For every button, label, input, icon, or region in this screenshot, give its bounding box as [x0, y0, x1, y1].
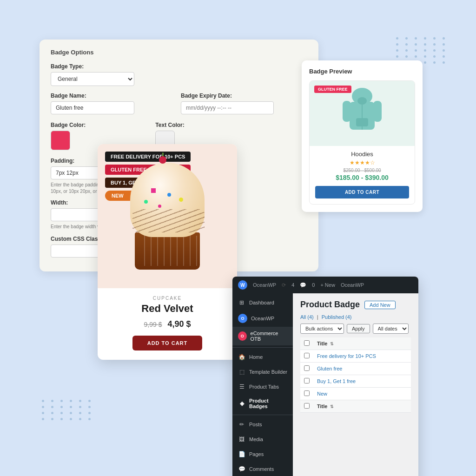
preview-badge-tag: GLUTEN FREE: [314, 86, 351, 93]
wp-topbar: W OceanWP ⟳ 4 💬 0 + New OceanWP: [232, 277, 418, 293]
row-link-1[interactable]: Free delivery for 10+ PCS: [317, 353, 376, 359]
sidebar-label-product-tabs: Product Tabs: [249, 384, 279, 390]
wp-sidebar: ⊞ Dashboard O OceanWP O eCommerce OTB 🏠 …: [232, 293, 293, 476]
select-all-footer-checkbox[interactable]: [304, 403, 310, 409]
oceanwp-icon: O: [238, 314, 247, 323]
table-footer-title: Title ⇅: [313, 400, 411, 413]
preview-stars: ★★★★☆: [315, 159, 409, 166]
badge-preview-panel: Badge Preview GLUTEN FREE: [302, 60, 423, 212]
sidebar-item-posts[interactable]: ✏ Posts: [232, 417, 293, 432]
wp-admin-panel: W OceanWP ⟳ 4 💬 0 + New OceanWP ⊞ Dashbo…: [232, 277, 418, 476]
date-filter-select[interactable]: All dates: [373, 324, 409, 334]
sidebar-item-comments[interactable]: 💬 Comments: [232, 462, 293, 476]
sidebar-item-product-badges[interactable]: ◈ Product Badges: [232, 394, 293, 413]
sidebar-item-oceanwp[interactable]: O OceanWP: [232, 310, 293, 327]
table-row: Free delivery for 10+ PCS: [300, 350, 411, 363]
badge-color-label: Badge Color:: [51, 122, 86, 128]
table-header-checkbox: [300, 337, 313, 350]
hoodie-illustration: [341, 88, 383, 139]
table-row: Buy 1, Get 1 free: [300, 375, 411, 388]
wp-topbar-site[interactable]: OceanWP: [253, 282, 276, 288]
sidebar-label-home: Home: [249, 354, 263, 360]
preview-product-name: Hoodies: [315, 151, 409, 158]
preview-sale-price: $185.00 - $390.00: [315, 174, 409, 181]
badge-options-title: Badge Options: [51, 49, 307, 56]
table-row: New: [300, 388, 411, 400]
pages-icon: 📄: [238, 450, 245, 458]
svg-point-6: [357, 97, 367, 105]
cupcake-cherry: [159, 156, 166, 164]
sidebar-item-product-tabs[interactable]: ☰ Product Tabs: [232, 379, 293, 394]
row-checkbox-4[interactable]: [304, 390, 310, 396]
wp-filter-bar: All (4) | Published (4): [300, 314, 411, 320]
row-checkbox-3[interactable]: [304, 378, 310, 383]
cupcake-info: CUPCAKE Red Velvet 9,99 $ 4,90 $ ADD TO …: [98, 288, 237, 360]
text-color-label: Text Color:: [155, 122, 184, 128]
row-link-4[interactable]: New: [317, 391, 327, 397]
select-all-checkbox[interactable]: [304, 340, 310, 346]
bulk-actions-select[interactable]: Bulk actions: [300, 324, 344, 334]
row-link-3[interactable]: Buy 1, Get 1 free: [317, 378, 356, 384]
cupcake-new-price: 4,90 $: [167, 319, 191, 329]
dot-pattern-bl: [42, 400, 94, 420]
wp-page-header: Product Badge Add New: [300, 300, 411, 310]
filter-published-link[interactable]: Published (4): [322, 314, 352, 320]
cupcake-illustration: [126, 163, 209, 270]
sidebar-label-template-builder: Template Builder: [249, 369, 287, 375]
badge-color-swatch[interactable]: [51, 131, 70, 150]
home-icon: 🏠: [238, 353, 245, 361]
badge-name-label: Badge Name:: [51, 93, 134, 99]
cupcake-drizzle: [132, 209, 205, 232]
cupcake-product-card: FREE DELIVERY FOR 10+ PCS GLUTEN FREE BU…: [98, 144, 237, 360]
wp-actions-row: Bulk actions Apply All dates: [300, 324, 411, 334]
wp-items-table: Title ⇅ Free delivery for 10+ PCS Gluten…: [300, 337, 411, 413]
cupcake-add-to-cart-button[interactable]: ADD TO CART: [132, 336, 203, 350]
svg-rect-3: [373, 101, 382, 122]
cupcake-price-row: 9,99 $ 4,90 $: [107, 319, 228, 329]
sidebar-label-product-badges: Product Badges: [249, 398, 287, 409]
comments-icon: 💬: [238, 465, 245, 473]
cupcake-old-price: 9,99 $: [144, 321, 162, 328]
badge-expiry-input[interactable]: [181, 101, 274, 114]
row-checkbox-1[interactable]: [304, 353, 310, 358]
row-checkbox-2[interactable]: [304, 365, 310, 371]
wp-content-area: Product Badge Add New All (4) | Publishe…: [293, 293, 418, 476]
wp-topbar-comments[interactable]: 0: [312, 282, 315, 288]
posts-icon: ✏: [238, 421, 245, 428]
row-link-2[interactable]: Gluten free: [317, 366, 342, 371]
sidebar-item-template-builder[interactable]: ⬚ Template Builder: [232, 364, 293, 379]
ecommerce-otb-icon: O: [238, 331, 247, 341]
media-icon: 🖼: [238, 436, 245, 443]
sidebar-label-media: Media: [249, 436, 263, 442]
cupcake-name: Red Velvet: [107, 303, 228, 315]
wp-topbar-updates[interactable]: 4: [291, 282, 294, 288]
table-row: Gluten free: [300, 363, 411, 375]
sidebar-label-ecommerce-otb: eCommerce OTB: [251, 331, 287, 342]
preview-add-to-cart-button[interactable]: ADD TO CART: [315, 186, 409, 198]
wp-topbar-new[interactable]: + New: [320, 282, 335, 288]
sidebar-label-dashboard: Dashboard: [249, 300, 274, 305]
product-tabs-icon: ☰: [238, 383, 245, 390]
apply-button[interactable]: Apply: [347, 324, 370, 333]
badge-expiry-label: Badge Expiry Date:: [181, 93, 274, 99]
badge-type-label: Badge Type:: [51, 63, 307, 70]
wp-body: ⊞ Dashboard O OceanWP O eCommerce OTB 🏠 …: [232, 293, 418, 476]
sidebar-label-pages: Pages: [249, 451, 264, 457]
sidebar-item-pages[interactable]: 📄 Pages: [232, 447, 293, 462]
wp-logo-icon: W: [238, 280, 247, 290]
filter-all-link[interactable]: All (4): [300, 314, 314, 320]
add-new-button[interactable]: Add New: [364, 301, 396, 309]
sidebar-item-dashboard[interactable]: ⊞ Dashboard: [232, 295, 293, 310]
sidebar-item-home[interactable]: 🏠 Home: [232, 350, 293, 364]
badge-name-input[interactable]: [51, 101, 134, 114]
dashboard-icon: ⊞: [238, 299, 245, 306]
sidebar-item-media[interactable]: 🖼 Media: [232, 432, 293, 447]
wp-topbar-sitename[interactable]: OceanWP: [341, 282, 364, 288]
sidebar-item-ecommerce-otb[interactable]: O eCommerce OTB: [232, 327, 293, 345]
wp-page-title: Product Badge: [300, 300, 360, 310]
template-builder-icon: ⬚: [238, 368, 245, 376]
preview-product-card: GLUTEN FREE Hoodies ★★★★☆: [309, 80, 415, 205]
svg-rect-2: [343, 101, 351, 122]
badge-type-select[interactable]: General Sale New Custom: [51, 72, 134, 86]
cupcake-image-area: FREE DELIVERY FOR 10+ PCS GLUTEN FREE BU…: [98, 144, 237, 288]
